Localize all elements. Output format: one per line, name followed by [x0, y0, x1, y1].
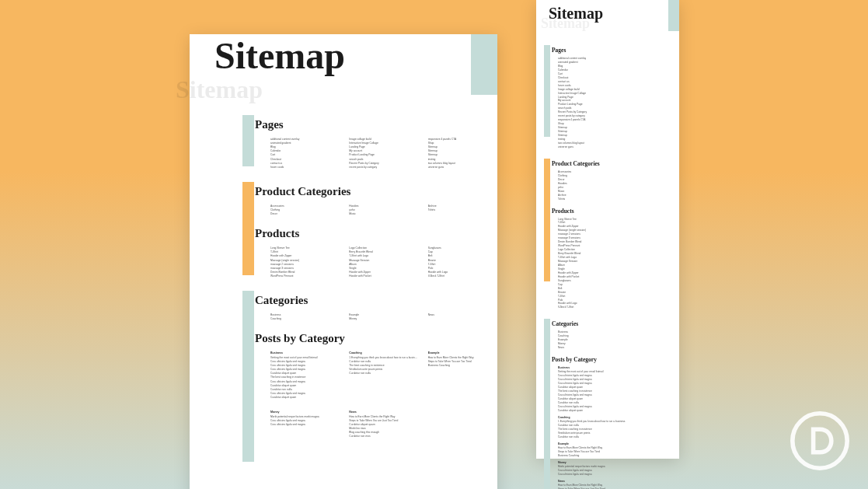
section-heading-products: Products	[552, 206, 679, 215]
section-pages: Pages additional content overlayanimated…	[536, 45, 679, 149]
hero: Sitemap Sitemap	[536, 0, 679, 36]
posts-columns-row2: MoneyMorbi potential neque factors morbi…	[270, 410, 497, 443]
post-category-group: ExampleHow to Earn More Clients the Righ…	[428, 351, 497, 368]
post-category-group: ExampleHow to Earn More Clients the Righ…	[558, 442, 679, 458]
list-item[interactable]: WordPress Pennant	[270, 274, 340, 278]
svg-point-0	[793, 414, 847, 468]
divi-logo-icon	[789, 410, 851, 472]
section-heading-products: Products	[255, 224, 497, 240]
hero-shadow-title: Sitemap	[176, 75, 263, 104]
post-category-group: BusinessGetting the most out of your ema…	[270, 351, 340, 400]
pages-list: additional content overlayanimated gradi…	[558, 57, 679, 149]
section-heading-categories: Categories	[552, 319, 679, 327]
section-heading-product-categories: Product Categories	[552, 159, 679, 167]
pages-columns: additional content overlayanimated gradi…	[270, 138, 497, 169]
list-item[interactable]: News	[558, 346, 679, 350]
section-heading-posts-by-category: Posts by Category	[552, 355, 679, 363]
section-heading-categories: Categories	[255, 291, 497, 307]
post-category-group: BusinessGetting the most out of your ema…	[558, 366, 679, 413]
hero: Sitemap Sitemap	[190, 34, 497, 103]
section-accent-bar	[544, 319, 550, 489]
list-item[interactable]: recent posts by category	[349, 166, 418, 169]
desktop-preview-card: Sitemap Sitemap Pages additional content…	[190, 34, 497, 489]
products-columns: Long Sleeve TeeT-ShirtHoodie with Zipper…	[270, 246, 497, 278]
section-categories-area: Categories BusinessCoachingExampleMoneyN…	[536, 319, 679, 489]
list-item[interactable]: Curabitur aliquet quam	[270, 396, 340, 400]
post-category-group: NewsHow to Earn More Clients the Right W…	[349, 410, 418, 438]
section-heading-product-categories: Product Categories	[255, 182, 497, 198]
section-accent-bar	[242, 115, 254, 166]
list-item[interactable]: Business Coaching	[428, 364, 497, 368]
list-item[interactable]: V-Neck T-Shirt	[428, 274, 497, 278]
products-list: Long Sleeve TeeT-ShirtHoodie with Zipper…	[558, 218, 679, 310]
list-item[interactable]: Tshirts	[558, 197, 679, 201]
product-categories-columns: AccessoriesClothingDecor HoodiesyohoMusi…	[270, 204, 497, 216]
section-heading-pages: Pages	[255, 115, 497, 131]
section-product-area: Product Categories AccessoriesClothingDe…	[536, 159, 679, 310]
post-category-group: Coaching1 Everything you think you know …	[558, 416, 679, 439]
list-item[interactable]: Tshirts	[428, 208, 497, 212]
section-heading-pages: Pages	[552, 45, 679, 54]
section-categories-area: Categories BusinessCoaching ExampleMoney…	[190, 291, 497, 443]
list-item[interactable]: Curabitur non nulla	[558, 435, 679, 439]
section-accent-bar	[544, 159, 550, 281]
list-item[interactable]: Curabitur aliquet quam	[558, 409, 679, 413]
list-item[interactable]: Money	[349, 317, 418, 321]
list-item[interactable]: hover cards	[270, 166, 340, 169]
post-category-group: Coaching1 Everything you think you know …	[349, 351, 418, 375]
mobile-preview-card: Sitemap Sitemap Pages additional content…	[536, 0, 679, 459]
list-item[interactable]: Hoodie with Pocket	[349, 274, 418, 278]
categories-columns: BusinessCoaching ExampleMoney News	[270, 313, 497, 321]
list-item[interactable]: Music	[349, 212, 418, 216]
list-item[interactable]: universe guns	[558, 145, 679, 149]
hero-accent-block	[668, 0, 679, 31]
section-heading-posts-by-category: Posts by Category	[255, 329, 497, 345]
posts-columns: BusinessGetting the most out of your ema…	[270, 351, 497, 404]
product-categories-list: AccessoriesClothingDecorHoodiesyohoMusic…	[558, 170, 679, 201]
section-accent-bar	[242, 291, 254, 462]
section-pages: Pages additional content overlayanimated…	[190, 115, 497, 169]
list-item[interactable]: Cras ultricies ligula sed magna	[558, 473, 679, 477]
post-category-group: MoneyMorbi potential neque factors morbi…	[558, 461, 679, 477]
list-item[interactable]: Decor	[270, 212, 340, 216]
post-category-group: MoneyMorbi potential neque factors morbi…	[270, 410, 340, 427]
categories-list: BusinessCoachingExampleMoneyNews	[558, 330, 679, 350]
section-product-area: Product Categories AccessoriesClothingDe…	[190, 182, 497, 278]
list-item[interactable]: Business Coaching	[558, 454, 679, 458]
section-accent-bar	[242, 182, 254, 275]
list-item[interactable]: V-Neck T-Shirt	[558, 306, 679, 309]
list-item[interactable]: Coaching	[270, 317, 340, 321]
hero-title: Sitemap	[214, 34, 345, 77]
post-category-group: NewsHow to Earn More Clients the Right W…	[558, 480, 679, 489]
list-item[interactable]: universe guns	[428, 166, 497, 169]
list-item[interactable]: Curabitur non eros	[349, 435, 418, 438]
section-accent-bar	[544, 45, 550, 137]
list-item[interactable]: Cras ultricies ligula sed magna	[270, 423, 340, 427]
list-item[interactable]: News	[428, 313, 497, 317]
list-item[interactable]: Curabitur non nulla	[349, 372, 418, 375]
posts-list: BusinessGetting the most out of your ema…	[558, 366, 679, 489]
hero-accent-block	[471, 34, 497, 95]
hero-title: Sitemap	[549, 5, 603, 23]
